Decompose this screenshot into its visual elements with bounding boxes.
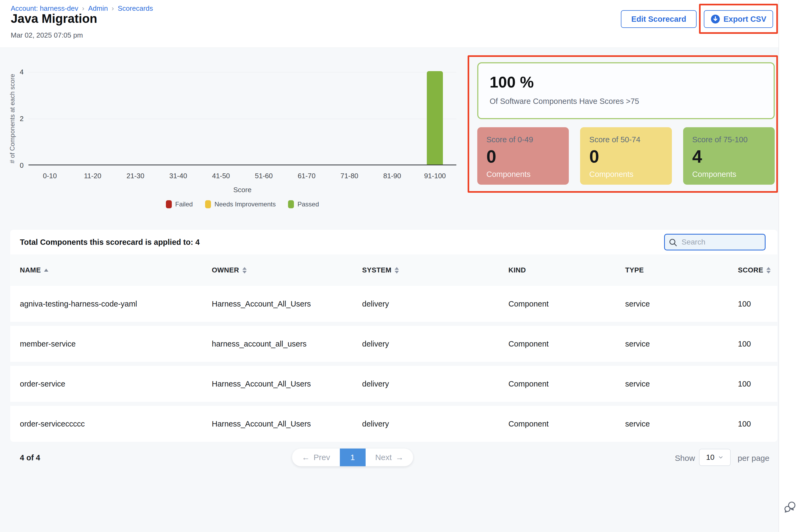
score-range-card: Score of 50-740Components [580, 127, 672, 185]
export-csv-button[interactable]: Export CSV [704, 10, 773, 28]
card-unit: Components [589, 170, 663, 179]
arrow-left-icon: ← [302, 453, 310, 462]
table-row[interactable]: order-servicecccccHarness_Account_All_Us… [10, 406, 777, 442]
edit-scorecard-button[interactable]: Edit Scorecard [621, 10, 697, 28]
y-axis-tick: 4 [9, 68, 24, 76]
cell-name: order-service [20, 380, 212, 388]
card-count: 4 [692, 146, 766, 167]
x-axis-label: 0-10 [28, 172, 71, 180]
pagination: ← Prev 1 Next → [292, 449, 413, 466]
prev-label: Prev [313, 453, 330, 462]
bar-slot [157, 72, 199, 165]
bar-slot [242, 72, 285, 165]
cell-score: 100 [738, 300, 769, 308]
cell-kind: Component [509, 340, 625, 348]
cell-owner: harness_account_all_users [212, 340, 362, 348]
cell-system: delivery [362, 420, 509, 429]
legend-label: Failed [175, 201, 193, 208]
table-title: Total Components this scorecard is appli… [20, 230, 200, 254]
results-count: 4 of 4 [20, 453, 40, 462]
table-row[interactable]: agniva-testing-harness-code-yamlHarness_… [10, 286, 777, 322]
bar-slot [114, 72, 157, 165]
y-axis-tick: 0 [9, 161, 24, 170]
legend-swatch [205, 200, 211, 208]
edit-scorecard-label: Edit Scorecard [631, 15, 686, 24]
column-header-label: OWNER [212, 266, 239, 274]
cell-kind: Component [509, 420, 625, 429]
search-input[interactable] [664, 234, 766, 250]
per-page-label: per page [738, 454, 769, 463]
card-unit: Components [487, 170, 560, 179]
breadcrumb-separator-icon: › [112, 4, 114, 13]
column-header-score[interactable]: SCORE [738, 266, 775, 274]
cell-type: service [625, 380, 738, 388]
cell-system: delivery [362, 300, 509, 308]
cell-owner: Harness_Account_All_Users [212, 380, 362, 388]
score-bar [427, 71, 443, 165]
table-row[interactable]: order-serviceHarness_Account_All_Usersde… [10, 366, 777, 402]
legend-swatch [288, 200, 294, 208]
page-size-select[interactable]: 10 [699, 449, 731, 466]
column-header-name[interactable]: NAME [20, 266, 212, 274]
cell-score: 100 [738, 380, 769, 388]
cell-name: agniva-testing-harness-code-yaml [20, 300, 212, 308]
x-axis-label: 11-20 [71, 172, 114, 180]
legend-item-failed: Failed [166, 200, 193, 208]
column-header-label: NAME [20, 266, 41, 274]
score-range-card: Score of 0-490Components [477, 127, 569, 185]
card-label: Score of 50-74 [589, 135, 663, 144]
legend-item-passed: Passed [288, 200, 319, 208]
x-axis-label: 71-80 [328, 172, 371, 180]
score-range-card: Score of 75-1004Components [683, 127, 775, 185]
plot-area [28, 72, 456, 165]
x-axis-title: Score [28, 186, 456, 194]
legend-item-needs-improvements: Needs Improvements [205, 200, 276, 208]
breadcrumb-link-scorecards[interactable]: Scorecards [118, 4, 153, 13]
card-count: 0 [487, 146, 560, 167]
x-axis-label: 51-60 [242, 172, 285, 180]
prev-button[interactable]: ← Prev [292, 449, 340, 466]
card-count: 0 [589, 146, 663, 167]
cell-type: service [625, 340, 738, 348]
sort-icon [395, 267, 399, 273]
cell-score: 100 [738, 420, 769, 429]
chat-bubbles-icon[interactable] [784, 501, 797, 514]
x-axis-label: 61-70 [285, 172, 328, 180]
column-header-label: SCORE [738, 266, 763, 274]
bar-slot [28, 72, 71, 165]
legend-label: Passed [298, 201, 319, 208]
chevron-down-icon [718, 454, 724, 460]
cell-kind: Component [509, 380, 625, 388]
x-axis-label: 21-30 [114, 172, 157, 180]
next-label: Next [375, 453, 392, 462]
cell-score: 100 [738, 340, 769, 348]
legend-swatch [166, 200, 172, 208]
page-button-1[interactable]: 1 [340, 449, 366, 466]
column-header-kind: KIND [509, 266, 625, 274]
score-distribution-chart: # of Components at each score 024 0-1011… [0, 48, 467, 222]
next-button[interactable]: Next → [366, 449, 413, 466]
cell-owner: Harness_Account_All_Users [212, 420, 362, 429]
table-titlebar: Total Components this scorecard is appli… [10, 230, 777, 254]
cell-owner: Harness_Account_All_Users [212, 300, 362, 308]
components-table-card: Total Components this scorecard is appli… [10, 230, 777, 442]
card-label: Score of 75-100 [692, 135, 766, 144]
headline-caption: Of Software Components Have Scores >75 [490, 97, 762, 106]
cell-system: delivery [362, 340, 509, 348]
summary-panel: 100 % Of Software Components Have Scores… [468, 55, 778, 193]
cell-name: member-service [20, 340, 212, 348]
sort-icon [242, 267, 247, 273]
column-header-owner[interactable]: OWNER [212, 266, 362, 274]
cell-type: service [625, 300, 738, 308]
table-row[interactable]: member-serviceharness_account_all_usersd… [10, 326, 777, 362]
y-axis-tick: 2 [9, 115, 24, 123]
bar-slot [285, 72, 328, 165]
column-header-system[interactable]: SYSTEM [362, 266, 509, 274]
sort-icon [766, 267, 771, 273]
search-box [664, 234, 766, 250]
x-axis-label: 91-100 [414, 172, 456, 180]
page-timestamp: Mar 02, 2025 07:05 pm [11, 31, 83, 39]
right-side-strip [779, 0, 801, 532]
x-axis-label: 81-90 [371, 172, 413, 180]
cell-type: service [625, 420, 738, 429]
